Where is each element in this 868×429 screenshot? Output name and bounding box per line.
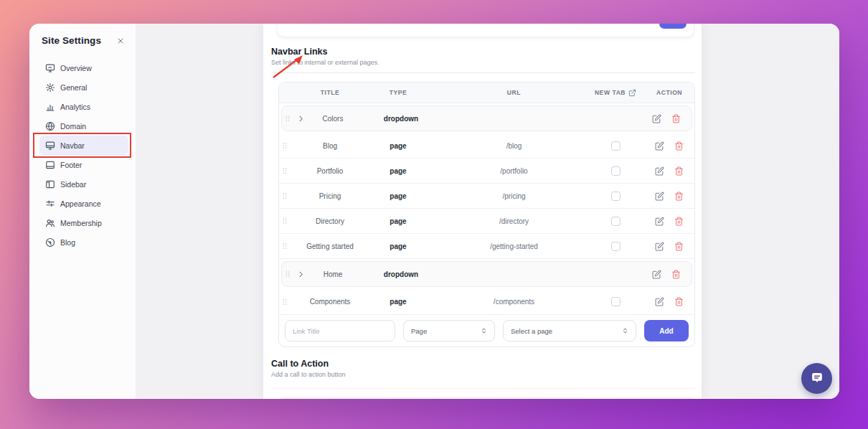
drag-handle-icon[interactable] xyxy=(279,241,291,251)
link-url: /blog xyxy=(441,142,587,150)
new-tab-checkbox[interactable] xyxy=(611,192,621,201)
drag-handle-icon[interactable] xyxy=(279,191,291,201)
link-title: Colors xyxy=(308,115,358,123)
link-title: Getting started xyxy=(305,242,355,250)
link-title: Home xyxy=(308,270,358,278)
drag-handle-icon[interactable] xyxy=(279,297,291,307)
edit-icon[interactable] xyxy=(655,192,664,201)
section-title: Navbar Links xyxy=(271,47,695,57)
blog-icon xyxy=(45,237,55,248)
sidebar-item-label: Footer xyxy=(60,161,82,169)
edit-icon[interactable] xyxy=(655,217,664,226)
link-type: dropdown xyxy=(358,115,444,123)
sidebar-item-footer[interactable]: Footer xyxy=(39,155,128,174)
link-url: /pricing xyxy=(441,192,587,200)
new-tab-checkbox[interactable] xyxy=(611,166,621,176)
close-icon[interactable] xyxy=(116,37,125,45)
action-cell xyxy=(644,166,694,176)
users-icon xyxy=(45,218,55,228)
expand-chevron-icon[interactable] xyxy=(293,115,308,123)
table-row: Blog page /blog xyxy=(279,133,694,159)
chat-fab-button[interactable] xyxy=(801,363,832,394)
add-button[interactable]: Add xyxy=(644,320,689,341)
sidebar-item-domain[interactable]: Domain xyxy=(39,116,128,136)
link-title: Components xyxy=(305,298,355,306)
delete-icon[interactable] xyxy=(674,192,684,201)
link-type: dropdown xyxy=(358,270,444,278)
sidebar-item-label: Domain xyxy=(60,122,86,131)
call-to-action-section-header: Call to Action Add a call to action butt… xyxy=(271,359,695,378)
sidebar-title: Site Settings xyxy=(42,35,101,46)
drag-handle-icon[interactable] xyxy=(279,141,291,151)
edit-icon[interactable] xyxy=(655,141,664,151)
sidebar-item-navbar[interactable]: Navbar xyxy=(39,136,128,155)
new-tab-checkbox[interactable] xyxy=(611,217,621,226)
section-subtitle: Set links to internal or external pages. xyxy=(271,59,695,66)
expand-chevron-icon[interactable] xyxy=(293,270,308,278)
drag-handle-icon[interactable] xyxy=(282,269,293,279)
delete-icon[interactable] xyxy=(671,270,681,279)
new-tab-cell xyxy=(587,217,644,226)
link-type: page xyxy=(355,167,441,175)
edit-icon[interactable] xyxy=(655,166,664,176)
edit-icon[interactable] xyxy=(652,270,661,279)
external-link-icon xyxy=(628,89,636,97)
delete-icon[interactable] xyxy=(674,141,684,151)
link-title-input[interactable] xyxy=(285,320,395,341)
select-carets-icon xyxy=(480,326,488,336)
navbar-links-section-header: Navbar Links Set links to internal or ex… xyxy=(271,47,695,66)
sidebar-item-blog[interactable]: Blog xyxy=(39,232,128,252)
sidebar-item-appearance[interactable]: Appearance xyxy=(39,194,128,213)
section-title: Call to Action xyxy=(271,359,695,369)
action-cell xyxy=(644,217,694,226)
action-cell xyxy=(644,141,694,151)
new-tab-cell xyxy=(587,192,644,201)
save-button-partial[interactable] xyxy=(659,24,687,29)
sidebar-item-overview[interactable]: Overview xyxy=(39,58,128,77)
link-type-select[interactable]: Page xyxy=(403,320,495,341)
settings-sidebar: Site Settings Overview General Analytics… xyxy=(29,24,136,399)
link-url: /components xyxy=(441,298,587,306)
link-title: Pricing xyxy=(305,192,355,200)
page-select[interactable]: Select a page xyxy=(503,320,636,341)
action-cell xyxy=(641,114,692,123)
new-tab-checkbox[interactable] xyxy=(611,242,621,251)
sidebar-item-membership[interactable]: Membership xyxy=(39,213,128,232)
column-header-new-tab: NEW TAB xyxy=(587,89,644,97)
new-tab-cell xyxy=(587,141,644,151)
globe-icon xyxy=(45,121,55,131)
navbar-links-table: TITLETYPEURLNEW TABACTION Colors dropdow… xyxy=(278,82,695,347)
table-row: Components page /components xyxy=(279,289,694,314)
table-row: Home dropdown xyxy=(281,261,692,287)
new-tab-cell xyxy=(587,166,644,176)
sidebar-item-analytics[interactable]: Analytics xyxy=(39,97,128,116)
sidebar-item-general[interactable]: General xyxy=(39,77,128,97)
table-header-row: TITLETYPEURLNEW TABACTION xyxy=(279,82,694,103)
table-row: Colors dropdown xyxy=(281,105,692,131)
action-cell xyxy=(641,270,692,279)
edit-icon[interactable] xyxy=(655,297,664,306)
drag-handle-icon[interactable] xyxy=(279,216,291,226)
drag-handle-icon[interactable] xyxy=(279,166,291,176)
new-tab-checkbox[interactable] xyxy=(611,141,621,151)
new-tab-checkbox[interactable] xyxy=(611,297,621,306)
sidebar-icon xyxy=(45,179,55,189)
delete-icon[interactable] xyxy=(674,242,684,251)
sidebar-item-sidebar[interactable]: Sidebar xyxy=(39,174,128,194)
drag-handle-icon[interactable] xyxy=(282,113,293,123)
sidebar-item-label: Sidebar xyxy=(60,180,86,189)
delete-icon[interactable] xyxy=(674,166,684,176)
edit-icon[interactable] xyxy=(652,114,661,123)
link-url: /getting-started xyxy=(441,242,587,250)
link-type: page xyxy=(355,192,441,200)
link-type: page xyxy=(355,217,441,225)
delete-icon[interactable] xyxy=(671,114,681,123)
delete-icon[interactable] xyxy=(674,217,684,226)
delete-icon[interactable] xyxy=(674,297,684,306)
previous-section-card xyxy=(277,24,694,37)
action-cell xyxy=(644,192,694,201)
table-row: Portfolio page /portfolio xyxy=(279,159,694,184)
edit-icon[interactable] xyxy=(655,242,664,251)
navbar-icon xyxy=(45,141,55,151)
select-carets-icon xyxy=(621,326,629,336)
